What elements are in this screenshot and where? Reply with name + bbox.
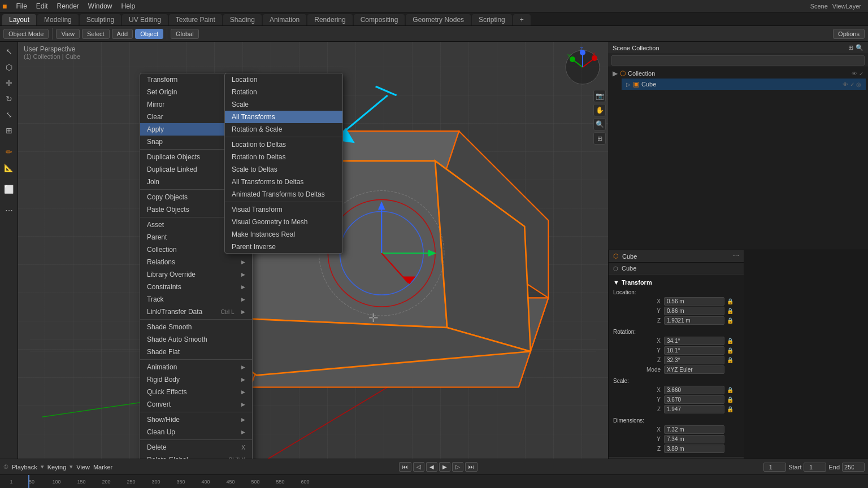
menu-track[interactable]: Track (140, 293, 252, 306)
tab-animation[interactable]: Animation (263, 14, 306, 25)
viewport-orientation-gizmo[interactable]: X Y Z (563, 47, 602, 87)
scale-y-field[interactable]: 3.670 (664, 395, 724, 404)
sidebar-rotate-icon[interactable]: ↻ (2, 91, 16, 106)
outliner-search-icon[interactable]: 🔍 (856, 44, 863, 51)
tab-sculpting[interactable]: Sculpting (80, 14, 121, 25)
scale-y-lock[interactable]: 🔒 (726, 396, 735, 403)
menu-shade-smooth[interactable]: Shade Smooth (140, 321, 252, 333)
apply-visual-transform[interactable]: Visual Transform (225, 203, 342, 216)
scale-x-lock[interactable]: 🔒 (726, 387, 735, 393)
location-z-field[interactable]: 1.9321 m (664, 316, 724, 325)
apply-parent-inverse[interactable]: Parent Inverse (225, 241, 342, 253)
scale-z-lock[interactable]: 🔒 (726, 406, 735, 412)
tab-uv-editing[interactable]: UV Editing (122, 14, 168, 25)
menu-relations[interactable]: Relations (140, 256, 252, 268)
sidebar-add-cube-icon[interactable]: ⬜ (2, 182, 16, 197)
rotation-y-field[interactable]: 10.1° (664, 346, 724, 355)
tab-scripting[interactable]: Scripting (472, 14, 512, 25)
location-z-lock[interactable]: 🔒 (726, 317, 735, 324)
outliner-filter-icon[interactable]: ⊞ (848, 44, 853, 51)
tab-geometry-nodes[interactable]: Geometry Nodes (406, 14, 471, 25)
view-label[interactable]: View (76, 464, 90, 470)
menu-window[interactable]: Window (84, 1, 117, 11)
delta-transform-collapse[interactable]: ▶Delta Transform (609, 457, 744, 459)
menu-quick-effects[interactable]: Quick Effects (140, 386, 252, 398)
menu-constraints[interactable]: Constraints (140, 281, 252, 293)
location-y-lock[interactable]: 🔒 (726, 308, 735, 314)
prev-frame-btn[interactable]: ◁ (413, 462, 424, 472)
tab-add[interactable]: + (513, 14, 531, 25)
dim-x-field[interactable]: 7.32 m (664, 425, 724, 434)
menu-delete-global[interactable]: Delete GlobalShift X (140, 454, 252, 459)
apply-scale-deltas[interactable]: Scale to Deltas (225, 163, 342, 176)
timeline-area[interactable]: 1 50 100 150 200 250 300 350 400 450 500… (0, 474, 868, 488)
sidebar-cursor-icon[interactable]: ↖ (2, 44, 16, 59)
menu-shade-flat[interactable]: Shade Flat (140, 346, 252, 358)
select-menu[interactable]: Select (82, 29, 110, 39)
apply-all-transforms[interactable]: All Transforms (225, 111, 342, 123)
sidebar-annotate-icon[interactable]: ✏ (2, 145, 16, 159)
apply-all-transforms-deltas[interactable]: All Transforms to Deltas (225, 176, 342, 188)
marker-label[interactable]: Marker (93, 464, 112, 470)
rotation-z-field[interactable]: 32.3° (664, 356, 724, 364)
apply-rotation[interactable]: Rotation (225, 86, 342, 98)
apply-location[interactable]: Location (225, 73, 342, 86)
options-btn[interactable]: Options (833, 29, 865, 39)
rotation-x-field[interactable]: 34.1° (664, 337, 724, 345)
menu-file[interactable]: File (11, 1, 31, 11)
start-frame-input[interactable] (804, 463, 826, 472)
apply-location-deltas[interactable]: Location to Deltas (225, 138, 342, 151)
location-x-field[interactable]: 0.56 m (664, 297, 724, 306)
rotation-mode-dropdown[interactable]: XYZ Euler (664, 365, 724, 374)
menu-link-transfer[interactable]: Link/Transfer DataCtrl L (140, 306, 252, 318)
playback-label[interactable]: Playback (12, 464, 37, 470)
apply-scale[interactable]: Scale (225, 98, 342, 111)
outliner-collection-item[interactable]: ▶ ⬡ Collection 👁 ✓ ▷ ▣ Cube 👁 ✓ ◎ (608, 67, 868, 91)
menu-help[interactable]: Help (117, 1, 140, 11)
apply-animated-transforms-deltas[interactable]: Animated Transforms to Deltas (225, 188, 342, 201)
end-frame-input[interactable] (842, 463, 865, 472)
global-dropdown[interactable]: Global (171, 29, 199, 39)
scale-x-field[interactable]: 3.660 (664, 386, 724, 394)
viewport-grid-icon[interactable]: ⊞ (593, 132, 606, 145)
tab-rendering[interactable]: Rendering (307, 14, 352, 25)
view-menu[interactable]: View (56, 29, 80, 39)
viewport-hand-icon[interactable]: ✋ (593, 104, 606, 116)
rotation-z-lock[interactable]: 🔒 (726, 357, 735, 363)
add-menu[interactable]: Add (112, 29, 133, 39)
play-btn[interactable]: ▶ (439, 462, 450, 472)
tab-texture-paint[interactable]: Texture Paint (169, 14, 222, 25)
location-y-field[interactable]: 0.86 m (664, 307, 724, 315)
tab-modeling[interactable]: Modeling (37, 14, 79, 25)
viewport-zoom-icon[interactable]: 🔍 (593, 118, 606, 130)
current-frame-input[interactable] (763, 463, 786, 472)
rotation-y-lock[interactable]: 🔒 (726, 347, 735, 354)
tab-shading[interactable]: Shading (223, 14, 262, 25)
dim-y-field[interactable]: 7.34 m (664, 435, 724, 443)
menu-delete[interactable]: DeleteX (140, 441, 252, 454)
menu-shade-auto-smooth[interactable]: Shade Auto Smooth (140, 333, 252, 346)
menu-clean-up[interactable]: Clean Up (140, 426, 252, 438)
viewport-camera-icon[interactable]: 📷 (593, 90, 606, 102)
jump-start-btn[interactable]: ⏮ (399, 462, 411, 472)
outliner-cube-item[interactable]: ▷ ▣ Cube 👁 ✓ ◎ (622, 79, 866, 90)
object-mode-dropdown[interactable]: Object Mode (3, 29, 49, 39)
apply-visual-geometry[interactable]: Visual Geometry to Mesh (225, 216, 342, 228)
properties-options[interactable]: ⋯ (733, 252, 739, 260)
scale-z-field[interactable]: 1.947 (664, 405, 724, 413)
menu-edit[interactable]: Edit (32, 1, 53, 11)
sidebar-measure-icon[interactable]: 📐 (2, 160, 16, 175)
menu-animation[interactable]: Animation (140, 361, 252, 373)
sidebar-options-icon[interactable]: ⋯ (2, 203, 16, 218)
menu-render[interactable]: Render (53, 1, 84, 11)
play-reverse-btn[interactable]: ◀ (426, 462, 437, 472)
menu-library-override[interactable]: Library Override (140, 268, 252, 281)
sidebar-scale-icon[interactable]: ⤡ (2, 107, 16, 122)
sidebar-select-icon[interactable]: ⬡ (2, 60, 16, 75)
sidebar-move-icon[interactable]: ✛ (2, 76, 16, 90)
keying-label[interactable]: Keying (47, 464, 67, 470)
dim-z-field[interactable]: 3.89 m (664, 445, 724, 453)
tab-layout[interactable]: Layout (2, 14, 36, 25)
object-menu[interactable]: Object (135, 29, 163, 39)
jump-end-btn[interactable]: ⏭ (465, 462, 478, 472)
